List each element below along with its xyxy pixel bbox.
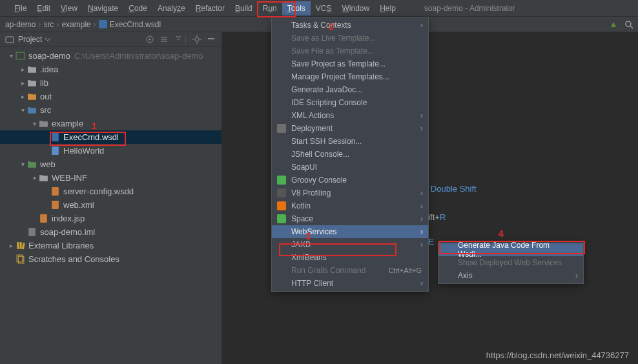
menu-item-label: Show Deployed Web Services xyxy=(458,258,562,267)
menu-refactor[interactable]: Refactor xyxy=(190,1,230,15)
tools-menu-item-webservices[interactable]: WebServices xyxy=(272,225,428,238)
tree-node-web-xml[interactable]: web.xml xyxy=(0,198,221,212)
tree-node-src[interactable]: ▾src xyxy=(0,103,221,117)
folder-icon xyxy=(27,78,37,88)
tree-node-helloworld[interactable]: HelloWorld xyxy=(0,144,221,157)
tools-menu-item-save-as-live-template: Save as Live Template... xyxy=(272,32,428,45)
chevron-icon[interactable]: ▸ xyxy=(6,239,15,252)
gear-icon[interactable] xyxy=(192,34,202,45)
submenu-arrow-icon xyxy=(420,201,423,210)
ws-submenu-item-show-deployed-web-services: Show Deployed Web Services xyxy=(438,256,583,269)
tools-menu-item-jaxb[interactable]: JAXB xyxy=(272,238,428,251)
collapse-all-icon[interactable] xyxy=(173,34,183,45)
tools-menu-item-generate-javadoc[interactable]: Generate JavaDoc... xyxy=(272,83,428,96)
tree-node-example[interactable]: ▾example xyxy=(0,117,221,130)
tools-menu-item-space[interactable]: Space xyxy=(272,212,428,225)
tree-node-label: lib xyxy=(40,76,48,90)
tree-node-label: example xyxy=(52,117,83,130)
tools-menu-item-save-project-as-template[interactable]: Save Project as Template... xyxy=(272,57,428,70)
webservices-submenu: Generate Java Code From Wsdl...Show Depl… xyxy=(438,241,584,284)
menu-item-label: Save File as Template... xyxy=(291,46,374,56)
svg-rect-8 xyxy=(52,147,59,155)
menu-item-label: XmlBeans xyxy=(291,253,327,262)
tree-node-scratches-and-consoles[interactable]: Scratches and Consoles xyxy=(0,252,221,266)
tools-menu-item-v8-profiling[interactable]: V8 Profiling xyxy=(272,187,428,199)
tree-node-label: soap-demo xyxy=(28,49,70,63)
crumb-0[interactable]: ap-demo xyxy=(5,20,36,29)
chevron-icon[interactable]: ▸ xyxy=(18,76,27,90)
chevron-icon[interactable]: ▾ xyxy=(18,103,27,117)
menu-edit[interactable]: Edit xyxy=(32,1,56,15)
tools-menu-item-tasks-contexts[interactable]: Tasks & Contexts xyxy=(272,19,428,32)
chevron-icon[interactable]: ▾ xyxy=(18,157,27,171)
tree-node-hint: C:\Users\Administrator\soap-demo xyxy=(74,49,203,63)
ws-submenu-item-axis[interactable]: Axis xyxy=(438,269,583,282)
tree-node-soap-demo-iml[interactable]: soap-demo.iml xyxy=(0,225,221,239)
tools-menu-item-manage-project-templates[interactable]: Manage Project Templates... xyxy=(272,70,428,83)
iml-icon xyxy=(27,227,37,237)
tools-menu-item-start-ssh-session[interactable]: Start SSH Session... xyxy=(272,135,428,148)
chevron-icon[interactable]: ▸ xyxy=(18,90,27,103)
tree-node-out[interactable]: ▸out xyxy=(0,90,221,103)
expand-all-icon[interactable] xyxy=(159,34,169,45)
tree-node-soap-demo[interactable]: ▾soap-demoC:\Users\Administrator\soap-de… xyxy=(0,49,221,63)
tree-node-label: HelloWorld xyxy=(63,144,104,157)
tools-menu-item-xmlbeans[interactable]: XmlBeans xyxy=(272,251,428,264)
svg-point-4 xyxy=(195,37,199,41)
tree-node-web-inf[interactable]: ▾WEB-INF xyxy=(0,171,221,185)
menu-tools[interactable]: Tools xyxy=(282,1,311,15)
ws-submenu-item-generate-java-code-from-wsdl[interactable]: Generate Java Code From Wsdl... xyxy=(438,243,583,256)
tools-menu: Tasks & ContextsSave as Live Template...… xyxy=(271,17,429,292)
chevron-icon[interactable]: ▸ xyxy=(18,63,27,76)
menu-file[interactable]: File xyxy=(9,1,32,15)
pkg-icon xyxy=(39,119,48,128)
search-icon[interactable] xyxy=(624,19,634,30)
tools-menu-item-xml-actions[interactable]: XML Actions xyxy=(272,109,428,122)
crumb-2[interactable]: example xyxy=(61,20,90,29)
tools-menu-item-ide-scripting-console[interactable]: IDE Scripting Console xyxy=(272,96,428,109)
tree-node-web[interactable]: ▾web xyxy=(0,157,221,171)
class-icon xyxy=(50,146,60,156)
menu-view[interactable]: View xyxy=(56,1,83,15)
build-icon[interactable] xyxy=(610,19,620,30)
tree-node-external-libraries[interactable]: ▸External Libraries xyxy=(0,239,221,252)
tree-node-label: server-config.wsdd xyxy=(63,185,134,198)
submenu-arrow-icon xyxy=(420,279,423,288)
tools-menu-item-jshell-console[interactable]: JShell Console... xyxy=(272,148,428,161)
tree-node--idea[interactable]: ▸.idea xyxy=(0,63,221,76)
tools-menu-item-groovy-console[interactable]: Groovy Console xyxy=(272,174,428,187)
menu-analyze[interactable]: Analyze xyxy=(152,1,190,15)
crumb-3-label: ExecCmd.wsdl xyxy=(110,20,161,29)
menu-item-label: Axis xyxy=(458,271,473,280)
tools-menu-item-deployment[interactable]: Deployment xyxy=(272,122,428,135)
project-tree[interactable]: ▾soap-demoC:\Users\Administrator\soap-de… xyxy=(0,46,221,268)
submenu-arrow-icon xyxy=(420,188,423,197)
menu-run[interactable]: Run xyxy=(258,1,282,15)
hide-icon[interactable] xyxy=(206,34,216,45)
menu-window[interactable]: Window xyxy=(336,1,375,15)
tools-menu-item-soapui[interactable]: SoapUI xyxy=(272,161,428,174)
tree-node-server-config-wsdd[interactable]: server-config.wsdd xyxy=(0,185,221,198)
project-panel: Project | ▾soap-demoC:\Users\Administrat… xyxy=(0,32,222,364)
chevron-icon[interactable]: ▾ xyxy=(6,49,15,63)
crumb-3[interactable]: ExecCmd.wsdl xyxy=(99,20,161,29)
tree-node-lib[interactable]: ▸lib xyxy=(0,76,221,90)
menu-build[interactable]: Build xyxy=(230,1,258,15)
chevron-icon[interactable]: ▾ xyxy=(30,171,39,185)
menu-item-shortcut: Ctrl+Alt+G xyxy=(389,267,422,274)
chevron-icon[interactable]: ▾ xyxy=(30,117,39,130)
menu-vcs[interactable]: VCS xyxy=(311,1,337,15)
folder-out-icon xyxy=(27,92,37,101)
tools-menu-item-http-client[interactable]: HTTP Client xyxy=(272,277,428,290)
submenu-arrow-icon xyxy=(420,124,423,133)
menu-help[interactable]: Help xyxy=(375,1,401,15)
tree-node-execcmd-wsdl[interactable]: ExecCmd.wsdl xyxy=(0,130,221,144)
menu-code[interactable]: Code xyxy=(123,1,152,15)
locate-icon[interactable] xyxy=(145,34,155,45)
menu-navigate[interactable]: Navigate xyxy=(83,1,123,15)
tree-node-index-jsp[interactable]: index.jsp xyxy=(0,212,221,225)
tools-menu-item-kotlin[interactable]: Kotlin xyxy=(272,199,428,212)
window-title: soap-demo - Administrator xyxy=(424,4,515,13)
dropdown-icon[interactable] xyxy=(45,36,51,43)
crumb-1[interactable]: src xyxy=(43,20,54,29)
